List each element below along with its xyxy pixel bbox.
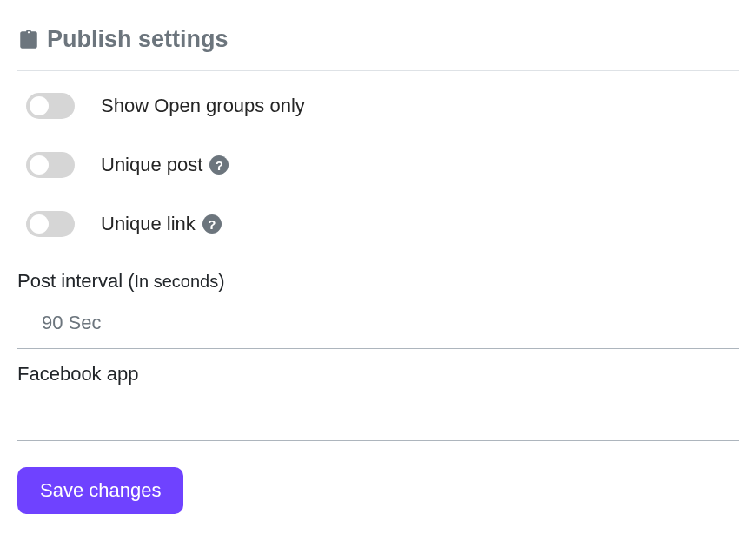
save-button[interactable]: Save changes <box>17 467 183 514</box>
toggle-knob <box>30 96 49 115</box>
toggle-open-groups[interactable] <box>26 93 75 119</box>
toggle-unique-post[interactable] <box>26 152 75 178</box>
label-text: Unique link <box>101 213 196 235</box>
facebook-app-label: Facebook app <box>17 363 739 385</box>
toggle-open-groups-row: Show Open groups only <box>17 93 739 119</box>
toggle-knob <box>30 214 49 234</box>
label-text: Unique post <box>101 154 202 176</box>
settings-header: Publish settings <box>17 26 739 71</box>
label-prefix: Post interval ( <box>17 270 135 292</box>
toggle-unique-link-row: Unique link ? <box>17 211 739 237</box>
label-hint: In seconds <box>135 272 219 291</box>
help-icon[interactable]: ? <box>202 214 222 234</box>
toggle-unique-post-label: Unique post ? <box>101 154 229 176</box>
toggle-knob <box>30 155 49 175</box>
facebook-app-select[interactable] <box>17 396 739 441</box>
toggle-unique-link[interactable] <box>26 211 75 237</box>
post-interval-label: Post interval (In seconds) <box>17 270 739 293</box>
clipboard-icon <box>17 27 40 53</box>
page-title: Publish settings <box>47 26 229 53</box>
label-text: Show Open groups only <box>101 95 305 117</box>
toggle-unique-post-row: Unique post ? <box>17 152 739 178</box>
toggle-open-groups-label: Show Open groups only <box>101 95 305 117</box>
help-icon[interactable]: ? <box>209 155 229 175</box>
label-suffix: ) <box>218 270 224 292</box>
post-interval-input[interactable] <box>17 303 739 349</box>
toggle-unique-link-label: Unique link ? <box>101 213 222 235</box>
